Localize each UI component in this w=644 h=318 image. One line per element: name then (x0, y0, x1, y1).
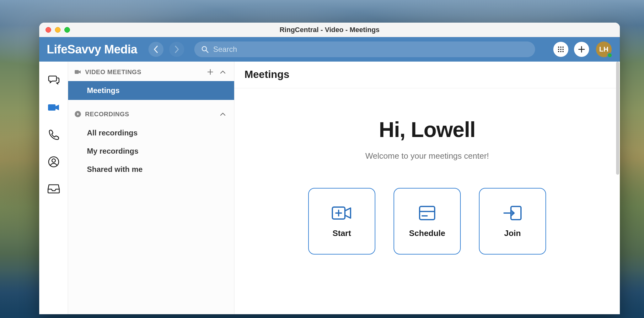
avatar[interactable]: LH (596, 41, 612, 57)
add-video-meeting-button[interactable] (206, 68, 215, 76)
video-small-icon (74, 69, 81, 75)
search-bar[interactable] (194, 41, 535, 57)
inbox-icon (47, 183, 60, 194)
chat-icon (47, 74, 60, 86)
chevron-left-icon (153, 45, 159, 53)
meetings-hero: Hi, Lowell Welcome to your meetings cent… (234, 88, 620, 314)
section-recordings[interactable]: RECORDINGS (68, 107, 234, 121)
window-titlebar: RingCentral - Video - Meetings (39, 23, 620, 37)
plus-icon (578, 46, 585, 53)
traffic-lights (46, 27, 70, 33)
collapse-video-section-button[interactable] (218, 69, 227, 75)
svg-rect-11 (48, 104, 56, 111)
nav-rail (39, 62, 68, 314)
chevron-right-icon (174, 45, 180, 53)
section-video-meetings[interactable]: VIDEO MEETINGS (68, 65, 234, 79)
page-title: Meetings (234, 62, 620, 88)
nav-phone[interactable] (48, 129, 60, 141)
svg-point-2 (558, 47, 559, 48)
video-icon (47, 101, 60, 114)
main-content: Meetings Hi, Lowell Welcome to your meet… (234, 62, 620, 314)
nav-forward-button[interactable] (169, 42, 184, 57)
join-meeting-button[interactable]: Join (479, 188, 546, 255)
sidebar-item-meetings[interactable]: Meetings (68, 81, 234, 100)
scrollbar-thumb[interactable] (616, 62, 619, 175)
presence-indicator (607, 53, 612, 58)
schedule-icon (418, 205, 437, 222)
dialpad-icon (557, 46, 565, 53)
desktop-background: RingCentral - Video - Meetings LifeSavvy… (0, 0, 644, 318)
svg-point-7 (562, 49, 564, 50)
sidebar-item-label: All recordings (87, 129, 137, 137)
schedule-meeting-button[interactable]: Schedule (394, 188, 461, 255)
svg-point-9 (560, 51, 561, 52)
start-label: Start (332, 228, 351, 238)
collapse-recordings-section-button[interactable] (218, 111, 227, 118)
greeting-text: Hi, Lowell (379, 117, 475, 142)
brand-name: LifeSavvy Media (47, 43, 137, 56)
nav-contacts[interactable] (48, 156, 60, 168)
svg-line-1 (206, 51, 208, 53)
chevron-up-icon (220, 70, 226, 74)
start-video-icon (331, 205, 352, 222)
svg-point-13 (52, 159, 55, 162)
sidebar-item-all-recordings[interactable]: All recordings (68, 124, 234, 142)
nav-back-button[interactable] (148, 42, 164, 57)
search-input[interactable] (213, 45, 528, 54)
welcome-text: Welcome to your meetings center! (365, 151, 489, 161)
start-meeting-button[interactable]: Start (308, 188, 375, 255)
svg-rect-14 (75, 70, 79, 74)
plus-icon (207, 69, 213, 75)
phone-icon (48, 129, 60, 141)
svg-point-8 (558, 51, 559, 52)
nav-video[interactable] (47, 101, 60, 114)
sidebar-item-label: My recordings (87, 147, 138, 156)
fullscreen-window-button[interactable] (64, 27, 70, 33)
sidebar-item-label: Meetings (87, 86, 120, 95)
sidebar-item-my-recordings[interactable]: My recordings (68, 142, 234, 160)
svg-point-4 (562, 47, 564, 48)
search-icon (201, 46, 209, 53)
section-recordings-label: RECORDINGS (85, 111, 129, 118)
chevron-up-icon (220, 112, 226, 116)
dialpad-button[interactable] (553, 42, 568, 57)
svg-point-3 (560, 47, 561, 48)
person-icon (48, 156, 60, 168)
meeting-actions: Start Schedule Join (308, 188, 546, 255)
play-circle-icon (74, 111, 81, 118)
sidebar-item-shared-with-me[interactable]: Shared with me (68, 160, 234, 178)
section-video-label: VIDEO MEETINGS (85, 69, 141, 76)
join-icon (502, 205, 523, 222)
app-topbar: LifeSavvy Media LH (39, 37, 620, 62)
schedule-label: Schedule (409, 228, 445, 238)
svg-point-10 (562, 51, 564, 52)
side-panel: VIDEO MEETINGS Meetings RECORDINGS (68, 62, 234, 314)
new-action-button[interactable] (574, 42, 589, 57)
join-label: Join (504, 228, 521, 238)
window-title: RingCentral - Video - Meetings (39, 26, 620, 34)
nav-inbox[interactable] (47, 183, 60, 194)
app-window: RingCentral - Video - Meetings LifeSavvy… (39, 23, 620, 314)
svg-point-6 (560, 49, 561, 50)
svg-point-5 (558, 49, 559, 50)
svg-rect-17 (420, 206, 435, 220)
close-window-button[interactable] (46, 27, 51, 33)
app-body: VIDEO MEETINGS Meetings RECORDINGS (39, 62, 620, 314)
nav-messages[interactable] (47, 74, 60, 86)
sidebar-item-label: Shared with me (87, 165, 142, 174)
avatar-initials: LH (599, 45, 608, 53)
minimize-window-button[interactable] (55, 27, 61, 33)
